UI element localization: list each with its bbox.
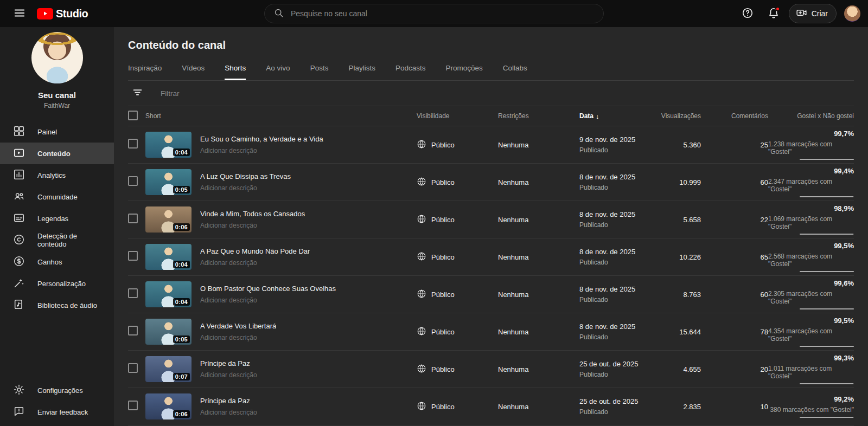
search-bar[interactable]	[264, 4, 604, 23]
studio-logo[interactable]: Studio	[37, 8, 88, 20]
sidebar-item-biblioteca-de-audio[interactable]: Biblioteca de áudio	[0, 294, 114, 316]
video-description-placeholder[interactable]: Adicionar descrição	[200, 222, 305, 229]
video-description-placeholder[interactable]: Adicionar descrição	[200, 259, 310, 267]
search-input[interactable]	[291, 9, 595, 18]
filter-bar[interactable]: Filtrar	[128, 81, 854, 106]
video-thumbnail[interactable]: 0:06	[145, 393, 192, 419]
account-avatar[interactable]	[844, 5, 860, 22]
sidebar-item-personalizacao[interactable]: Personalização	[0, 273, 114, 294]
video-description-placeholder[interactable]: Adicionar descrição	[200, 371, 257, 379]
sidebar-item-label: Enviar feedback	[37, 408, 88, 416]
table-row[interactable]: 0:06 Príncipe da Paz Adicionar descrição…	[128, 388, 854, 425]
tab-label: Posts	[310, 64, 329, 72]
row-checkbox[interactable]	[128, 288, 138, 298]
duration-badge: 0:04	[173, 149, 190, 156]
sidebar-item-configuracoes[interactable]: Configurações	[0, 379, 114, 401]
row-checkbox[interactable]	[128, 363, 138, 373]
select-all-checkbox[interactable]	[128, 111, 138, 120]
video-thumbnail[interactable]: 0:04	[145, 132, 192, 158]
like-percentage: 99,7%	[834, 130, 854, 138]
like-percentage: 99,5%	[834, 317, 854, 325]
video-thumbnail[interactable]: 0:07	[145, 356, 192, 382]
video-title[interactable]: O Bom Pastor Que Conhece Suas Ovelhas	[200, 285, 336, 293]
table-row[interactable]: 0:05 A Verdade Vos Libertará Adicionar d…	[128, 313, 854, 351]
row-checkbox[interactable]	[128, 176, 138, 186]
column-date[interactable]: Data ↓	[579, 112, 643, 120]
restrictions-label: Nenhuma	[498, 141, 579, 149]
tab-label: Podcasts	[395, 64, 426, 72]
publish-date: 9 de nov. de 2025	[579, 135, 643, 144]
comments-count: 20	[701, 365, 768, 373]
create-camera-icon	[796, 7, 807, 20]
table-row[interactable]: 0:04 Eu Sou o Caminho, a Verdade e a Vid…	[128, 126, 854, 164]
channel-avatar[interactable]	[31, 32, 83, 83]
sidebar-item-label: Detecção de conteúdo	[37, 232, 101, 248]
tab-videos[interactable]: Vídeos	[182, 64, 205, 80]
publish-date: 25 de out. de 2025	[579, 397, 643, 405]
globe-icon	[417, 289, 426, 300]
like-ratio-bar	[800, 159, 854, 160]
like-count-note: 1.069 marcações com "Gostei"	[768, 215, 854, 230]
sidebar-item-legendas[interactable]: Legendas	[0, 208, 114, 229]
tab-inspiracao[interactable]: Inspiração	[128, 64, 162, 80]
views-count: 5.658	[643, 216, 701, 224]
row-checkbox[interactable]	[128, 251, 138, 261]
tab-playlists[interactable]: Playlists	[348, 64, 375, 80]
sidebar-item-painel[interactable]: Painel	[0, 121, 114, 143]
like-percentage: 99,2%	[834, 395, 854, 403]
table-row[interactable]: 0:05 A Luz Que Dissipa as Trevas Adicion…	[128, 164, 854, 201]
tab-promocoes[interactable]: Promoções	[445, 64, 482, 80]
video-description-placeholder[interactable]: Adicionar descrição	[200, 184, 291, 192]
video-title[interactable]: Vinde a Mim, Todos os Cansados	[200, 210, 305, 218]
tab-collabs[interactable]: Collabs	[503, 64, 527, 80]
video-thumbnail[interactable]: 0:06	[145, 206, 192, 233]
restrictions-label: Nenhuma	[498, 216, 579, 224]
row-checkbox[interactable]	[128, 401, 138, 410]
visibility-label: Público	[431, 253, 455, 261]
video-description-placeholder[interactable]: Adicionar descrição	[200, 147, 323, 154]
main-content: Conteúdo do canal Inspiração Vídeos Shor…	[114, 27, 868, 426]
tab-ao-vivo[interactable]: Ao vivo	[266, 64, 290, 80]
like-ratio-bar	[800, 308, 854, 309]
table-row[interactable]: 0:04 A Paz Que o Mundo Não Pode Dar Adic…	[128, 238, 854, 276]
video-thumbnail[interactable]: 0:04	[145, 281, 192, 307]
tab-shorts[interactable]: Shorts	[225, 64, 246, 80]
create-button[interactable]: Criar	[789, 4, 837, 23]
video-title[interactable]: Príncipe da Paz	[200, 397, 257, 405]
sidebar-item-deteccao-de-conteudo[interactable]: Detecção de conteúdo	[0, 229, 114, 251]
row-checkbox[interactable]	[128, 139, 138, 149]
video-title[interactable]: A Verdade Vos Libertará	[200, 322, 276, 330]
sidebar-item-label: Biblioteca de áudio	[37, 301, 97, 309]
tab-label: Ao vivo	[266, 64, 290, 72]
table-row[interactable]: 0:07 Príncipe da Paz Adicionar descrição…	[128, 351, 854, 388]
row-checkbox[interactable]	[128, 214, 138, 223]
tab-posts[interactable]: Posts	[310, 64, 329, 80]
notifications-button[interactable]	[763, 3, 784, 24]
hamburger-menu-button[interactable]	[9, 3, 30, 24]
video-thumbnail[interactable]: 0:05	[145, 319, 192, 345]
row-checkbox[interactable]	[128, 326, 138, 335]
video-title[interactable]: A Luz Que Dissipa as Trevas	[200, 172, 291, 180]
topbar-actions: Criar	[737, 3, 860, 24]
sidebar-item-comunidade[interactable]: Comunidade	[0, 186, 114, 208]
like-percentage: 99,5%	[834, 242, 854, 250]
video-description-placeholder[interactable]: Adicionar descrição	[200, 296, 336, 304]
sidebar-item-enviar-feedback[interactable]: Enviar feedback	[0, 401, 114, 423]
video-thumbnail[interactable]: 0:04	[145, 244, 192, 270]
sidebar-item-conteudo[interactable]: Conteúdo	[0, 143, 114, 164]
video-title[interactable]: Príncipe da Paz	[200, 359, 257, 367]
table-row[interactable]: 0:06 Vinde a Mim, Todos os Cansados Adic…	[128, 201, 854, 238]
help-button[interactable]	[737, 3, 758, 24]
video-title[interactable]: A Paz Que o Mundo Não Pode Dar	[200, 247, 310, 255]
sidebar-item-analytics[interactable]: Analytics	[0, 164, 114, 186]
views-count: 10.999	[643, 178, 701, 186]
search-icon	[273, 8, 284, 20]
video-description-placeholder[interactable]: Adicionar descrição	[200, 334, 276, 341]
tab-podcasts[interactable]: Podcasts	[395, 64, 426, 80]
video-description-placeholder[interactable]: Adicionar descrição	[200, 409, 257, 416]
table-row[interactable]: 0:04 O Bom Pastor Que Conhece Suas Ovelh…	[128, 276, 854, 313]
video-thumbnail[interactable]: 0:05	[145, 169, 192, 195]
video-title[interactable]: Eu Sou o Caminho, a Verdade e a Vida	[200, 135, 323, 143]
sidebar-item-ganhos[interactable]: Ganhos	[0, 251, 114, 273]
content-tabs: Inspiração Vídeos Shorts Ao vivo	[128, 64, 854, 81]
